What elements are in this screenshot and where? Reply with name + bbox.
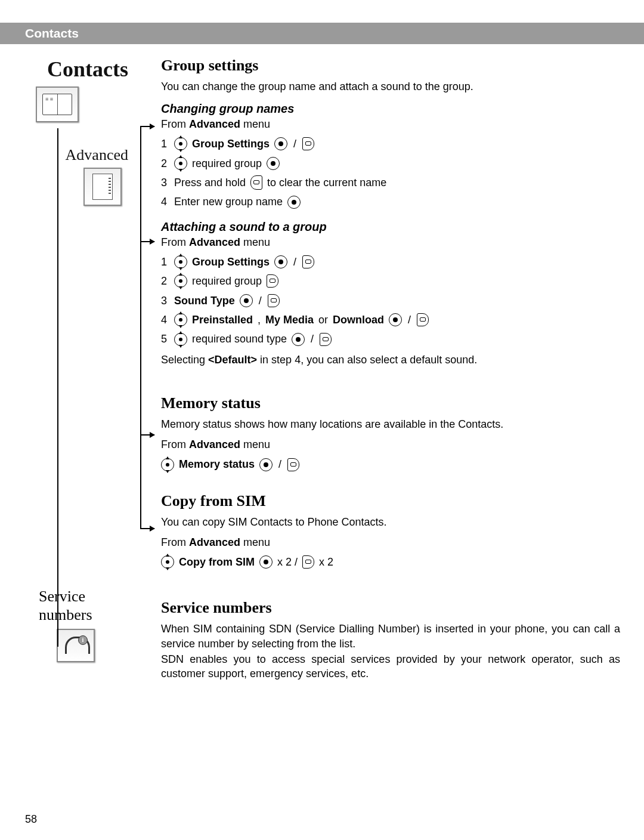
- sidebar-service-title: Service numbers: [39, 587, 128, 624]
- note-bold: <Default>: [208, 354, 257, 366]
- slash: /: [278, 455, 281, 474]
- text-memory-intro: Memory status shows how many locations a…: [161, 417, 620, 431]
- from-bold-3: Advanced: [189, 438, 240, 450]
- label-group-settings: Group Settings: [192, 252, 270, 271]
- note-default-sound: Selecting <Default> in step 4, you can a…: [161, 353, 620, 367]
- heading-copy-sim: Copy from SIM: [161, 492, 620, 510]
- service-headset-icon: [57, 629, 95, 662]
- center-key-icon: [240, 294, 253, 307]
- center-key-icon: [267, 157, 280, 170]
- step-cn-4: 4 Enter new group name: [161, 192, 620, 211]
- soft-key-icon: [268, 294, 280, 307]
- from-line-2: From Advanced menu: [161, 236, 620, 249]
- label-copy-from-sim: Copy from SIM: [179, 552, 255, 572]
- heading-group-settings: Group settings: [161, 57, 620, 75]
- step-memory: Memory status /: [161, 455, 620, 474]
- label-download: Download: [333, 310, 384, 329]
- connector-arrow-1: [140, 126, 154, 127]
- from-line-3: From Advanced menu: [161, 438, 620, 451]
- label-group-settings: Group Settings: [192, 134, 270, 153]
- from-prefix-4: From: [161, 536, 189, 548]
- label-x2-1: x 2 /: [277, 552, 298, 572]
- header-title: Contacts: [25, 26, 79, 41]
- text-service-1: When SIM containing SDN (Service Diallin…: [161, 622, 620, 651]
- label-required-group: required group: [192, 271, 262, 291]
- from-prefix-1: From: [161, 118, 189, 130]
- label-sound-type: Sound Type: [174, 291, 235, 310]
- from-line-4: From Advanced menu: [161, 536, 620, 549]
- step-cn-3: 3 Press and hold to clear the current na…: [161, 173, 620, 192]
- advanced-doc-icon: [83, 168, 122, 206]
- step-as-3: 3 Sound Type /: [161, 291, 620, 310]
- steps-attach-sound: 1 Group Settings / 2 required group 3 So…: [161, 252, 620, 349]
- step-num: 2: [161, 271, 169, 291]
- contacts-book-icon: [36, 87, 79, 122]
- from-bold-1: Advanced: [189, 118, 240, 130]
- connector-arrow-2: [140, 241, 154, 242]
- connector-vertical-contacts: [57, 128, 58, 647]
- sidebar-contacts-title: Contacts: [24, 57, 152, 82]
- from-bold-4: Advanced: [189, 536, 240, 548]
- steps-memory: Memory status /: [161, 455, 620, 474]
- label-preinstalled: Preinstalled: [192, 310, 253, 329]
- soft-key-icon: [267, 274, 278, 288]
- center-key-icon: [292, 333, 305, 346]
- text-service-2: SDN enables you to access special servic…: [161, 652, 620, 681]
- subheading-changing-names: Changing group names: [161, 102, 620, 116]
- from-bold-2: Advanced: [189, 236, 240, 248]
- steps-changing-names: 1 Group Settings / 2 required group 3 Pr…: [161, 134, 620, 212]
- center-key-icon: [274, 137, 287, 150]
- label-clear-name: to clear the current name: [267, 173, 386, 192]
- step-cn-2: 2 required group: [161, 154, 620, 173]
- step-as-2: 2 required group: [161, 271, 620, 291]
- slash: /: [293, 134, 296, 153]
- soft-key-icon: [302, 555, 314, 569]
- sidebar-service-block: Service numbers: [39, 587, 128, 662]
- sidebar: Contacts Advanced Service numbers: [24, 57, 152, 206]
- heading-service-numbers: Service numbers: [161, 599, 620, 617]
- label-required-group: required group: [192, 154, 262, 173]
- soft-key-icon: [302, 137, 314, 150]
- step-num: 1: [161, 252, 169, 271]
- label-or: or: [318, 310, 328, 329]
- steps-copy-sim: Copy from SIM x 2 / x 2: [161, 552, 620, 572]
- label-required-sound: required sound type: [192, 329, 287, 348]
- step-num: 3: [161, 291, 169, 310]
- page-body: Contacts Advanced Service numbers Group …: [24, 57, 620, 810]
- from-prefix-3: From: [161, 438, 189, 450]
- center-key-icon: [389, 313, 402, 326]
- text-copy-intro: You can copy SIM Contacts to Phone Conta…: [161, 515, 620, 529]
- label-enter-name: Enter new group name: [174, 192, 283, 211]
- nav-key-icon: [174, 313, 187, 326]
- connector-vertical-advanced: [140, 126, 141, 529]
- clear-key-icon: [250, 175, 262, 190]
- nav-key-icon: [174, 333, 187, 346]
- page-number: 58: [25, 813, 37, 826]
- step-num: 2: [161, 154, 169, 173]
- nav-key-icon: [174, 255, 187, 268]
- step-num: 3: [161, 173, 169, 192]
- from-suffix-3: menu: [240, 438, 270, 450]
- note-b: in step 4, you can also select a default…: [257, 354, 477, 366]
- connector-arrow-3: [140, 434, 154, 436]
- label-x2-2: x 2: [319, 552, 333, 572]
- slash: /: [311, 329, 314, 348]
- center-key-icon: [287, 196, 301, 209]
- center-key-icon: [274, 255, 287, 268]
- soft-key-icon: [320, 333, 332, 346]
- from-suffix-4: menu: [240, 536, 270, 548]
- heading-memory-status: Memory status: [161, 394, 620, 412]
- center-key-icon: [259, 555, 273, 569]
- header-band: Contacts: [0, 23, 644, 44]
- slash: /: [293, 252, 296, 271]
- slash: /: [259, 291, 262, 310]
- step-num: 4: [161, 310, 169, 329]
- from-line-1: From Advanced menu: [161, 118, 620, 131]
- step-num: 5: [161, 329, 169, 348]
- soft-key-icon: [287, 458, 299, 471]
- nav-key-icon: [174, 274, 187, 288]
- sep: ,: [258, 310, 261, 329]
- step-cn-1: 1 Group Settings /: [161, 134, 620, 153]
- from-suffix-1: menu: [240, 118, 270, 130]
- nav-key-icon: [174, 137, 187, 150]
